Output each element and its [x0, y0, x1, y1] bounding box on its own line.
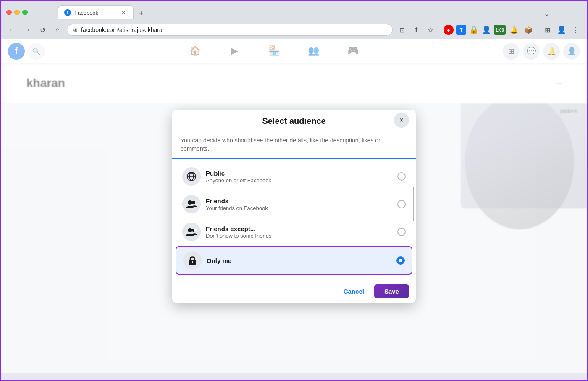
dialog-description: You can decide who should see the other … [172, 131, 416, 159]
audience-option-public[interactable]: Public Anyone on or off Facebook [176, 163, 412, 190]
share-icon[interactable]: ⬆ [410, 24, 422, 36]
profile-avatar-icon[interactable]: 👤 [556, 24, 567, 36]
audience-option-friends-except[interactable]: Friends except... Don't show to some fri… [176, 218, 412, 245]
new-tab-button[interactable]: + [135, 8, 147, 19]
toolbar-divider-2 [538, 26, 538, 34]
dialog-title: Select audience [262, 116, 326, 126]
forward-button[interactable]: → [21, 24, 33, 36]
friends-except-text: Friends except... Don't show to some fri… [206, 225, 392, 239]
friends-radio[interactable] [397, 200, 406, 208]
package-icon[interactable]: 📦 [522, 24, 534, 36]
save-button[interactable]: Save [374, 284, 409, 298]
reload-button[interactable]: ↺ [37, 24, 48, 36]
friends-sublabel: Your friends on Facebook [206, 205, 392, 211]
dialog-footer: Cancel Save [172, 279, 416, 303]
only-me-radio[interactable] [396, 256, 405, 265]
tab-bar: f Facebook × + ⌄ [33, 5, 582, 19]
svg-point-6 [192, 201, 195, 204]
public-text: Public Anyone on or off Facebook [206, 170, 392, 184]
cast-icon[interactable]: ⊡ [396, 24, 408, 36]
tab-favicon: f [64, 9, 71, 16]
close-window-button[interactable] [6, 10, 12, 15]
browser-titlebar: f Facebook × + ⌄ [1, 1, 587, 22]
toolbar-divider [440, 26, 440, 34]
dialog-header: Select audience × [172, 110, 416, 131]
friends-icon [182, 195, 201, 213]
close-dialog-button[interactable]: × [394, 113, 409, 128]
facebook-page: f 🔍 🏠 ▶ 🏪 👥 🎮 ⊞ 💬 🔔 👤 kharan ··· [1, 39, 587, 373]
friends-label: Friends [206, 197, 392, 205]
time-extension-icon[interactable]: 1:00 [494, 25, 506, 35]
tab-dropdown-button[interactable]: ⌄ [541, 8, 552, 19]
audience-option-friends[interactable]: Friends Your friends on Facebook [176, 191, 412, 218]
back-button[interactable]: ← [6, 24, 18, 36]
friends-except-radio[interactable] [397, 228, 406, 236]
public-radio[interactable] [397, 172, 406, 181]
scrollbar[interactable] [413, 187, 414, 221]
tab-close-button[interactable]: × [120, 9, 127, 16]
lastpass-extension-icon[interactable]: 🔒 [469, 25, 479, 35]
address-bar[interactable]: ⊕ facebook.com/atishrajasekharan [67, 24, 393, 36]
public-sublabel: Anyone on or off Facebook [206, 177, 392, 184]
only-me-label: Only me [207, 257, 391, 264]
only-me-icon [183, 251, 202, 270]
audio-icon[interactable]: 🔔 [508, 24, 520, 36]
audience-options-list: Public Anyone on or off Facebook [172, 159, 416, 279]
opera-extension-icon[interactable]: ● [444, 25, 454, 35]
modal-overlay: Select audience × You can decide who sho… [1, 39, 587, 373]
minimize-window-button[interactable] [14, 10, 20, 15]
svg-point-12 [192, 261, 193, 263]
toolbar-icons: ⊡ ⬆ ☆ ● T 🔒 👤 1:00 🔔 📦 ⊞ 👤 ⋮ [396, 24, 582, 36]
select-audience-dialog: Select audience × You can decide who sho… [172, 110, 416, 303]
public-label: Public [206, 170, 392, 177]
friends-except-sublabel: Don't show to some friends [206, 233, 392, 239]
friends-except-label: Friends except... [206, 225, 392, 232]
browser-toolbar: ← → ↺ ⌂ ⊕ facebook.com/atishrajasekharan… [1, 22, 587, 39]
friends-except-icon [182, 223, 201, 241]
friends-text: Friends Your friends on Facebook [206, 197, 392, 211]
security-icon: ⊕ [73, 27, 78, 33]
maximize-window-button[interactable] [22, 10, 28, 15]
user-extension-icon[interactable]: 👤 [481, 25, 491, 35]
bookmark-icon[interactable]: ☆ [425, 24, 436, 36]
svg-point-7 [188, 228, 192, 232]
dialog-body: You can decide who should see the other … [172, 131, 416, 279]
traffic-lights [6, 10, 28, 15]
chrome-menu-icon[interactable]: ⋮ [570, 24, 582, 36]
svg-point-5 [188, 200, 192, 205]
browser-chrome: f Facebook × + ⌄ ← → ↺ [1, 1, 587, 39]
tab-title: Facebook [74, 10, 116, 16]
only-me-text: Only me [207, 257, 391, 264]
public-icon [182, 167, 201, 186]
active-tab[interactable]: f Facebook × [58, 5, 134, 19]
cancel-button[interactable]: Cancel [337, 284, 371, 298]
url-text: facebook.com/atishrajasekharan [81, 26, 386, 33]
home-button[interactable]: ⌂ [52, 24, 63, 36]
todoist-extension-icon[interactable]: T [456, 25, 466, 35]
audience-option-only-me[interactable]: Only me [176, 246, 412, 275]
extension-puzzle-icon[interactable]: ⊞ [541, 24, 553, 36]
